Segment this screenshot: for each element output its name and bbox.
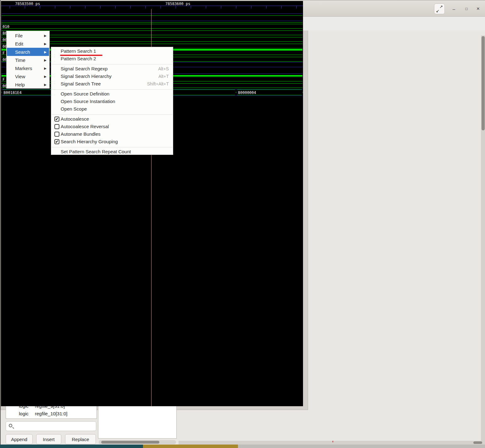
search-input[interactable] — [6, 421, 96, 431]
checked-checkbox-icon[interactable]: ✔ — [54, 139, 59, 144]
bit-signal-line — [2, 21, 302, 21]
checked-checkbox-icon[interactable]: ✔ — [54, 117, 59, 122]
submenu-arrow-icon: ▶ — [44, 58, 47, 62]
wave-row[interactable]: 010 — [2, 24, 302, 30]
timeline-tick — [266, 6, 267, 8]
menu-item-edit[interactable]: Edit▶ — [7, 40, 49, 48]
submenu-arrow-icon: ▶ — [44, 67, 47, 70]
timeline-tick — [251, 6, 251, 8]
waves-horizontal-scrollbar[interactable] — [179, 441, 485, 445]
submenu-item-label: Signal Search Hierarchy — [61, 74, 112, 79]
submenu-item-label: Autocoalesce Reversal — [61, 124, 109, 129]
bus-value-segment[interactable]: 80000004 — [236, 90, 303, 95]
menu-item-file[interactable]: File▶ — [7, 31, 49, 40]
timeline-tick — [85, 6, 85, 8]
maximize-button[interactable]: □ — [462, 5, 471, 13]
bus-value-label: 800181E4 — [3, 90, 22, 95]
submenu-item-set-pattern-search-repeat-count[interactable]: Set Pattern Search Repeat Count — [52, 148, 173, 156]
gtkwave-window: ▲ ▼ GTKWave - npc_waveform.fst Marker: 7… — [0, 0, 485, 445]
shortcut-label: Shift+Alt+T — [147, 81, 169, 86]
timeline-tick — [55, 6, 55, 8]
menu-separator — [52, 63, 173, 65]
submenu-item-open-source-instantiation[interactable]: Open Source Instantiation — [52, 98, 173, 106]
timeline-axis — [1, 6, 303, 6]
menu-item-label: Markers — [15, 66, 32, 71]
cell-signal-name: regfile_10[31:0] — [35, 411, 67, 416]
submenu-item-autocoalesce-reversal[interactable]: Autocoalesce Reversal — [52, 123, 173, 131]
submenu-item-open-scope[interactable]: Open Scope — [52, 106, 173, 113]
submenu-arrow-icon: ▶ — [44, 75, 47, 78]
search-icon — [9, 424, 12, 427]
menu-item-markers[interactable]: Markers▶ — [7, 64, 49, 72]
menu-item-search[interactable]: Search▶ — [7, 48, 49, 56]
signals-horizontal-scrollbar[interactable] — [99, 440, 176, 444]
menu-item-help[interactable]: Help▶ — [7, 80, 49, 89]
bus-value-label: F — [3, 77, 5, 82]
submenu-item-autoname-bundles[interactable]: Autoname Bundles — [52, 131, 173, 138]
submenu-item-search-hierarchy-grouping[interactable]: ✔Search Hierarchy Grouping — [52, 138, 173, 146]
submenu-item-signal-search-tree[interactable]: Signal Search TreeShift+Alt+T — [52, 80, 173, 88]
submenu-item-label: Autocoalesce — [61, 116, 89, 122]
menu-item-label: File — [15, 33, 23, 38]
menu-separator — [52, 113, 173, 116]
timeline-tick — [161, 6, 161, 8]
timeline-tick — [191, 6, 191, 8]
submenu-item-label: Autoname Bundles — [61, 131, 101, 137]
backdrop-segment — [143, 445, 238, 448]
submenu-item-label: Pattern Search 1 — [61, 48, 96, 54]
submenu-item-label: Search Hierarchy Grouping — [61, 139, 118, 144]
timeline-tick — [206, 6, 206, 8]
scrollbar-thumb[interactable] — [101, 441, 159, 444]
submenu-arrow-icon: ▶ — [44, 42, 47, 46]
bit-signal-line — [2, 15, 302, 16]
submenu-item-label: Open Scope — [61, 106, 87, 112]
cell-type: logic — [19, 411, 29, 416]
timeline-label: 78583600 ps — [165, 2, 190, 6]
submenu-item-pattern-search-1[interactable]: Pattern Search 1 — [52, 48, 173, 55]
insert-button[interactable]: Insert — [36, 434, 61, 444]
menu-separator — [52, 146, 173, 148]
submenu-item-label: Signal Search Regexp — [61, 66, 107, 71]
scrollbar-thumb[interactable] — [473, 441, 482, 444]
timeline-tick — [10, 6, 10, 8]
menu-separator — [52, 88, 173, 90]
timeline-tick — [296, 6, 297, 8]
shortcut-label: Alt+T — [158, 74, 169, 79]
append-button[interactable]: Append — [6, 434, 33, 444]
main-menu: File▶Edit▶Search▶Time▶Markers▶View▶Help▶ — [6, 31, 50, 89]
bus-top-line — [2, 24, 302, 24]
menu-item-label: Time — [15, 57, 25, 63]
timeline-tick — [281, 6, 282, 8]
waves-vertical-scrollbar[interactable] — [481, 36, 485, 441]
bit-signal-line — [2, 22, 302, 23]
menu-item-label: Edit — [15, 41, 23, 46]
fullscreen-button[interactable]: ↗ ↙ — [434, 3, 445, 14]
timeline-tick — [236, 6, 236, 8]
unchecked-checkbox-icon[interactable] — [54, 124, 59, 129]
unchecked-checkbox-icon[interactable] — [54, 132, 59, 137]
submenu-item-signal-search-hierarchy[interactable]: Signal Search HierarchyAlt+T — [52, 73, 173, 80]
close-button[interactable]: × — [474, 5, 482, 13]
submenu-item-open-source-definition[interactable]: Open Source Definition — [52, 90, 173, 98]
submenu-item-pattern-search-2[interactable]: Pattern Search 2 — [52, 55, 173, 63]
shortcut-label: Alt+S — [158, 66, 169, 71]
cursor-position-tick — [333, 441, 333, 442]
scrollbar-thumb[interactable] — [482, 36, 485, 130]
menu-item-time[interactable]: Time▶ — [7, 56, 49, 64]
timeline-tick — [40, 6, 40, 8]
background-window-strip — [0, 445, 485, 448]
wave-row[interactable] — [2, 10, 302, 17]
bus-bottom-line — [2, 28, 302, 29]
menu-item-view[interactable]: View▶ — [7, 72, 49, 80]
timeline-tick — [100, 6, 101, 8]
submenu-item-label: Open Source Definition — [61, 91, 109, 96]
table-row[interactable]: logicregfile_10[31:0] — [6, 410, 96, 418]
backdrop-segment — [0, 445, 143, 448]
minimize-button[interactable]: – — [449, 5, 458, 13]
replace-button[interactable]: Replace — [65, 434, 96, 444]
bus-value-label: 010 — [3, 25, 9, 29]
submenu-item-autocoalesce[interactable]: ✔Autocoalesce — [52, 116, 173, 123]
timeline-tick — [25, 6, 25, 8]
wave-row[interactable] — [2, 17, 302, 24]
submenu-item-signal-search-regexp[interactable]: Signal Search RegexpAlt+S — [52, 65, 173, 73]
